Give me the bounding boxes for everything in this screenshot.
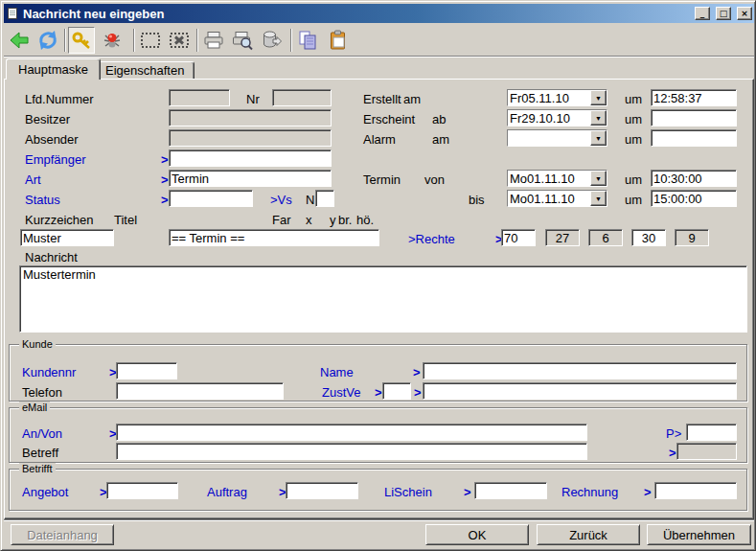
print-preview-button[interactable] xyxy=(229,27,256,54)
nr-field xyxy=(272,89,332,106)
lischein-label[interactable]: LiSchein xyxy=(384,485,432,499)
p-label[interactable]: P> xyxy=(666,426,681,441)
zustve-lookup-arrow[interactable]: > xyxy=(375,385,382,400)
auftrag-label[interactable]: Auftrag xyxy=(207,485,247,499)
alarm-date-input[interactable] xyxy=(508,130,590,146)
database-export-button[interactable] xyxy=(258,27,285,54)
empfaenger-lookup-arrow[interactable]: > xyxy=(161,152,169,167)
termin-von-date-input[interactable] xyxy=(508,171,590,186)
termin-bis-label: bis xyxy=(469,193,485,207)
chevron-down-icon[interactable]: ▼ xyxy=(590,110,607,126)
betreff-field[interactable] xyxy=(116,443,587,460)
termin-bis-time-field[interactable] xyxy=(651,190,737,207)
an-von-label[interactable]: An/Von xyxy=(22,426,62,441)
tab-eigenschaften[interactable]: Eigenschaften xyxy=(95,61,195,79)
lischein-field[interactable] xyxy=(474,482,547,499)
selection-box-button[interactable] xyxy=(137,27,164,54)
titel-field[interactable] xyxy=(169,229,379,246)
rechnung-lookup-arrow[interactable]: > xyxy=(644,485,652,499)
refresh-button[interactable] xyxy=(34,27,61,54)
hoe-label: hö. xyxy=(356,213,374,227)
termin-von-time-field[interactable] xyxy=(651,170,737,187)
key-button[interactable] xyxy=(68,27,95,54)
telefon-field[interactable] xyxy=(116,382,284,400)
erstellt-date-input[interactable] xyxy=(508,90,590,105)
vs-label[interactable]: >Vs xyxy=(270,193,292,207)
kurzzeichen-field[interactable] xyxy=(20,229,114,246)
termin-von-um-label: um xyxy=(625,172,642,187)
kundennr-field[interactable] xyxy=(116,362,177,379)
angebot-label[interactable]: Angebot xyxy=(22,485,68,499)
spider-button[interactable] xyxy=(99,27,126,54)
termin-label: Termin xyxy=(363,172,401,187)
erscheint-date-input[interactable] xyxy=(508,110,590,126)
an-von-field[interactable] xyxy=(116,424,587,441)
angebot-field[interactable] xyxy=(106,482,178,499)
refresh-icon xyxy=(37,30,58,51)
minimize-button[interactable]: _ xyxy=(695,7,710,20)
far-label: Far xyxy=(272,213,291,227)
lischein-lookup-arrow[interactable]: > xyxy=(464,485,471,499)
name-lookup-arrow[interactable]: > xyxy=(413,365,421,379)
erscheint-time-field[interactable] xyxy=(651,109,737,126)
besitzer-field xyxy=(169,109,332,126)
empfaenger-field[interactable] xyxy=(169,149,332,167)
termin-von-label: von xyxy=(424,172,445,187)
chevron-down-icon[interactable]: ▼ xyxy=(590,130,607,146)
rechte-field-4[interactable] xyxy=(631,229,666,246)
termin-bis-date-select[interactable]: ▼ xyxy=(507,190,607,207)
alarm-am-label: am xyxy=(432,132,449,147)
chevron-down-icon[interactable]: ▼ xyxy=(590,191,607,206)
status-label[interactable]: Status xyxy=(25,193,60,207)
zurueck-button[interactable]: Zurück xyxy=(537,524,640,545)
rechnung-label[interactable]: Rechnung xyxy=(561,485,618,499)
erstellt-date-select[interactable]: ▼ xyxy=(507,89,607,106)
toolbar-separator xyxy=(133,29,135,52)
kundennr-label[interactable]: Kundennr xyxy=(22,365,76,379)
maximize-button[interactable]: □ xyxy=(716,7,731,20)
chevron-down-icon[interactable]: ▼ xyxy=(590,171,607,186)
rechte-field-1[interactable] xyxy=(501,229,536,246)
p-field[interactable] xyxy=(686,424,737,441)
termin-bis-date-input[interactable] xyxy=(508,191,590,206)
rechnung-field[interactable] xyxy=(654,482,737,499)
name-field[interactable] xyxy=(423,362,737,379)
delete-selection-icon xyxy=(169,30,190,51)
status-lookup-arrow[interactable]: > xyxy=(161,193,169,207)
print-button[interactable] xyxy=(200,27,227,54)
termin-von-date-select[interactable]: ▼ xyxy=(507,170,607,187)
kurzzeichen-label: Kurzzeichen xyxy=(25,213,94,227)
rechte-label[interactable]: >Rechte xyxy=(408,232,455,246)
alarm-label: Alarm xyxy=(363,132,396,147)
zustve-name-lookup-arrow[interactable]: > xyxy=(414,385,422,400)
art-field[interactable] xyxy=(169,170,332,187)
erscheint-date-select[interactable]: ▼ xyxy=(507,109,607,126)
tab-hauptmaske[interactable]: Hauptmaske xyxy=(6,58,101,80)
name-label[interactable]: Name xyxy=(320,365,354,379)
n-label: N xyxy=(306,193,314,207)
copy-button[interactable] xyxy=(294,27,321,54)
n-field[interactable] xyxy=(315,190,334,207)
art-label[interactable]: Art xyxy=(25,172,41,187)
uebernehmen-button[interactable]: Übernehmen xyxy=(647,524,751,545)
empfaenger-label[interactable]: Empfänger xyxy=(25,152,86,167)
email-extra-lookup-arrow[interactable]: > xyxy=(669,446,676,460)
chevron-down-icon[interactable]: ▼ xyxy=(590,90,607,105)
close-button[interactable]: × xyxy=(737,7,752,20)
zustve-label[interactable]: ZustVe xyxy=(322,385,360,400)
paste-button[interactable] xyxy=(325,27,352,54)
toolbar xyxy=(4,25,754,57)
auftrag-field[interactable] xyxy=(286,482,358,499)
alarm-time-field[interactable] xyxy=(651,129,737,147)
status-field[interactable] xyxy=(169,190,253,207)
back-button[interactable] xyxy=(6,27,33,54)
art-lookup-arrow[interactable]: > xyxy=(161,172,169,187)
delete-selection-button[interactable] xyxy=(166,27,193,54)
alarm-date-select[interactable]: ▼ xyxy=(507,129,607,147)
zustve-field[interactable] xyxy=(382,382,411,400)
zustve-name-field[interactable] xyxy=(423,382,737,400)
erscheint-ab-label: ab xyxy=(432,112,446,126)
erstellt-time-field[interactable] xyxy=(651,89,737,106)
nachricht-textarea[interactable]: Mustertermin xyxy=(19,265,747,333)
ok-button[interactable]: OK xyxy=(425,524,529,545)
